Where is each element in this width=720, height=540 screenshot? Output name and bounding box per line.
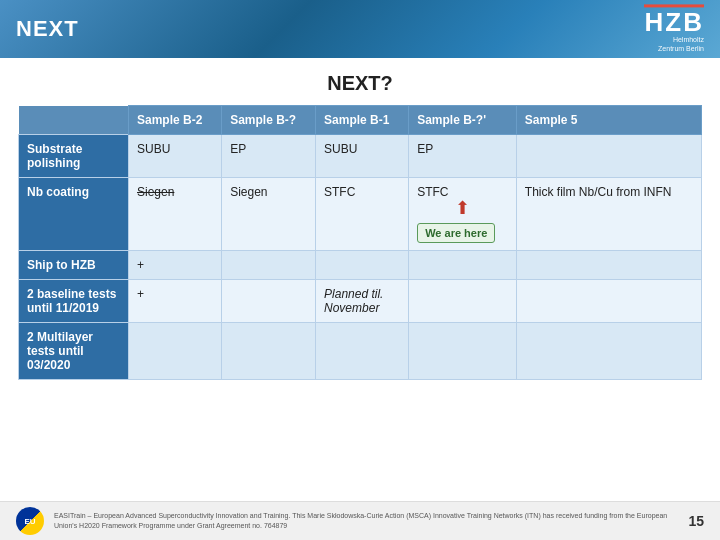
footer: EU EASITrain – European Advanced Superco… (0, 501, 720, 540)
cell-substrate-bq: EP (222, 135, 316, 178)
table-row: 2 baseline tests until 11/2019 + Planned… (19, 280, 702, 323)
row-label-ship: Ship to HZB (19, 251, 129, 280)
cell-nb-b1: STFC (316, 178, 409, 251)
we-are-here-label: We are here (417, 223, 495, 243)
cell-substrate-b1: SUBU (316, 135, 409, 178)
col-header-bq: Sample B-? (222, 106, 316, 135)
cell-substrate-bqp: EP (409, 135, 517, 178)
cell-multilayer-bqp (409, 323, 517, 380)
header-logo: HZB Helmholtz Zentrum Berlin (644, 4, 704, 53)
table-row: Substrate polishing SUBU EP SUBU EP (19, 135, 702, 178)
col-header-s5: Sample 5 (516, 106, 701, 135)
cell-baseline-bq (222, 280, 316, 323)
cell-baseline-bqp (409, 280, 517, 323)
col-header-b1: Sample B-1 (316, 106, 409, 135)
col-header-empty (19, 106, 129, 135)
logo-hzb-text: HZB (645, 9, 704, 35)
main-table: Sample B-2 Sample B-? Sample B-1 Sample … (18, 105, 702, 380)
row-label-baseline: 2 baseline tests until 11/2019 (19, 280, 129, 323)
cell-multilayer-s5 (516, 323, 701, 380)
planned-text: Planned til.November (324, 287, 383, 315)
header-title: NEXT (16, 16, 79, 42)
cell-substrate-b2: SUBU (129, 135, 222, 178)
cell-multilayer-b1 (316, 323, 409, 380)
row-label-substrate: Substrate polishing (19, 135, 129, 178)
cell-baseline-s5 (516, 280, 701, 323)
row-label-nb: Nb coating (19, 178, 129, 251)
row-label-multilayer: 2 Multilayer tests until 03/2020 (19, 323, 129, 380)
logo-subtitle: Helmholtz Zentrum Berlin (658, 35, 704, 53)
cell-substrate-s5 (516, 135, 701, 178)
cell-nb-s5: Thick film Nb/Cu from INFN (516, 178, 701, 251)
footer-page-number: 15 (680, 513, 704, 529)
cell-baseline-b1: Planned til.November (316, 280, 409, 323)
cell-ship-bqp (409, 251, 517, 280)
arrow-icon: ⬆ (417, 199, 508, 217)
cell-multilayer-b2 (129, 323, 222, 380)
table-row: 2 Multilayer tests until 03/2020 (19, 323, 702, 380)
table-row: Nb coating Siegen Siegen STFC STFC ⬆ We … (19, 178, 702, 251)
table-header-row: Sample B-2 Sample B-? Sample B-1 Sample … (19, 106, 702, 135)
header: NEXT HZB Helmholtz Zentrum Berlin (0, 0, 720, 58)
cell-ship-s5 (516, 251, 701, 280)
cell-multilayer-bq (222, 323, 316, 380)
table-wrapper: Sample B-2 Sample B-? Sample B-1 Sample … (0, 105, 720, 380)
col-header-bqp: Sample B-?' (409, 106, 517, 135)
cell-ship-bq (222, 251, 316, 280)
page-title: NEXT? (327, 72, 393, 94)
cell-nb-b2: Siegen (129, 178, 222, 251)
strikethrough-siegen: Siegen (137, 185, 174, 199)
footer-text: EASITrain – European Advanced Supercondu… (54, 511, 670, 531)
cell-ship-b1 (316, 251, 409, 280)
table-row: Ship to HZB + (19, 251, 702, 280)
cell-nb-bq: Siegen (222, 178, 316, 251)
cell-nb-bqp: STFC ⬆ We are here (409, 178, 517, 251)
col-header-b2: Sample B-2 (129, 106, 222, 135)
cell-ship-b2: + (129, 251, 222, 280)
page-title-wrapper: NEXT? (0, 58, 720, 105)
cell-baseline-b2: + (129, 280, 222, 323)
eu-logo: EU (16, 507, 44, 535)
